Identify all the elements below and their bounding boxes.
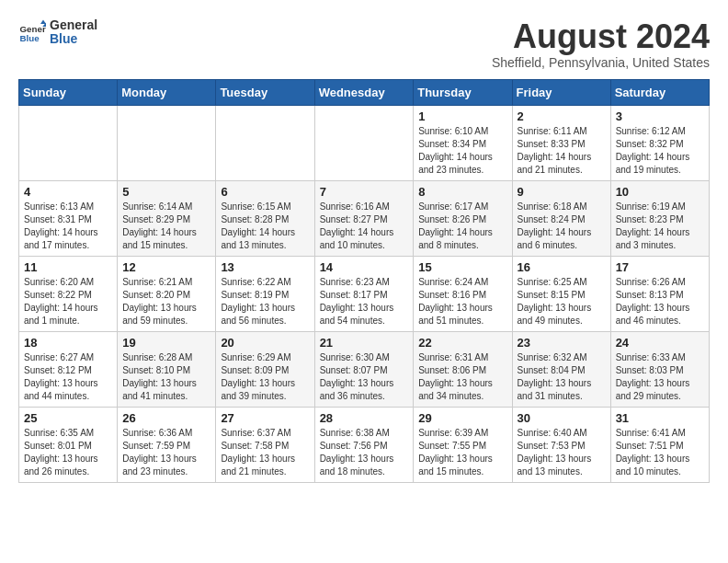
day-number: 24	[616, 336, 704, 350]
day-info: Sunrise: 6:41 AM Sunset: 7:51 PM Dayligh…	[616, 427, 704, 478]
calendar-week-row: 18Sunrise: 6:27 AM Sunset: 8:12 PM Dayli…	[19, 331, 710, 407]
day-info: Sunrise: 6:21 AM Sunset: 8:20 PM Dayligh…	[122, 276, 210, 327]
day-info: Sunrise: 6:40 AM Sunset: 7:53 PM Dayligh…	[518, 427, 606, 478]
day-info: Sunrise: 6:39 AM Sunset: 7:55 PM Dayligh…	[418, 427, 506, 478]
calendar-cell: 14Sunrise: 6:23 AM Sunset: 8:17 PM Dayli…	[314, 256, 414, 331]
day-number: 5	[122, 185, 210, 199]
calendar-cell	[118, 105, 216, 180]
day-number: 7	[320, 185, 409, 199]
day-number: 30	[518, 411, 606, 425]
weekday-header-thursday: Thursday	[414, 79, 512, 105]
day-number: 6	[221, 185, 309, 199]
day-number: 12	[122, 260, 210, 274]
day-info: Sunrise: 6:17 AM Sunset: 8:26 PM Dayligh…	[418, 201, 506, 252]
calendar-cell: 23Sunrise: 6:32 AM Sunset: 8:04 PM Dayli…	[512, 331, 610, 407]
calendar-cell	[19, 105, 118, 180]
day-info: Sunrise: 6:29 AM Sunset: 8:09 PM Dayligh…	[221, 351, 309, 403]
page-header: General Blue General Blue August 2024 Sh…	[18, 18, 710, 70]
calendar-cell: 11Sunrise: 6:20 AM Sunset: 8:22 PM Dayli…	[19, 256, 118, 331]
calendar-cell	[216, 105, 314, 180]
day-number: 29	[418, 411, 506, 425]
weekday-header-tuesday: Tuesday	[216, 79, 314, 105]
day-info: Sunrise: 6:28 AM Sunset: 8:10 PM Dayligh…	[122, 351, 210, 403]
calendar-cell: 17Sunrise: 6:26 AM Sunset: 8:13 PM Dayli…	[610, 256, 709, 331]
day-number: 25	[24, 411, 112, 425]
day-info: Sunrise: 6:19 AM Sunset: 8:23 PM Dayligh…	[616, 201, 704, 252]
day-info: Sunrise: 6:35 AM Sunset: 8:01 PM Dayligh…	[24, 427, 112, 478]
day-number: 21	[320, 336, 409, 350]
calendar-cell: 24Sunrise: 6:33 AM Sunset: 8:03 PM Dayli…	[610, 331, 709, 407]
calendar-week-row: 25Sunrise: 6:35 AM Sunset: 8:01 PM Dayli…	[19, 407, 710, 482]
logo-general: General	[50, 18, 97, 32]
calendar-cell: 26Sunrise: 6:36 AM Sunset: 7:59 PM Dayli…	[118, 407, 216, 482]
calendar-cell: 29Sunrise: 6:39 AM Sunset: 7:55 PM Dayli…	[414, 407, 512, 482]
day-number: 19	[122, 336, 210, 350]
day-number: 20	[221, 336, 309, 350]
day-number: 11	[24, 260, 112, 274]
day-info: Sunrise: 6:36 AM Sunset: 7:59 PM Dayligh…	[122, 427, 210, 478]
calendar-cell: 20Sunrise: 6:29 AM Sunset: 8:09 PM Dayli…	[216, 331, 314, 407]
location: Sheffield, Pennsylvania, United States	[492, 55, 710, 70]
day-info: Sunrise: 6:12 AM Sunset: 8:32 PM Dayligh…	[616, 125, 704, 177]
calendar-cell: 9Sunrise: 6:18 AM Sunset: 8:24 PM Daylig…	[512, 180, 610, 256]
day-info: Sunrise: 6:24 AM Sunset: 8:16 PM Dayligh…	[418, 276, 506, 327]
day-number: 27	[221, 411, 309, 425]
day-number: 16	[518, 260, 606, 274]
day-number: 17	[616, 260, 704, 274]
calendar-cell: 3Sunrise: 6:12 AM Sunset: 8:32 PM Daylig…	[610, 105, 709, 180]
calendar-cell: 5Sunrise: 6:14 AM Sunset: 8:29 PM Daylig…	[118, 180, 216, 256]
day-info: Sunrise: 6:11 AM Sunset: 8:33 PM Dayligh…	[518, 125, 606, 177]
day-info: Sunrise: 6:30 AM Sunset: 8:07 PM Dayligh…	[320, 351, 409, 403]
day-number: 14	[320, 260, 409, 274]
calendar-cell: 22Sunrise: 6:31 AM Sunset: 8:06 PM Dayli…	[414, 331, 512, 407]
calendar-cell: 8Sunrise: 6:17 AM Sunset: 8:26 PM Daylig…	[414, 180, 512, 256]
calendar-cell: 25Sunrise: 6:35 AM Sunset: 8:01 PM Dayli…	[19, 407, 118, 482]
logo: General Blue General Blue	[18, 18, 97, 47]
day-number: 8	[418, 185, 506, 199]
logo-icon: General Blue	[18, 18, 46, 46]
day-number: 28	[320, 411, 409, 425]
weekday-header-sunday: Sunday	[19, 79, 118, 105]
day-info: Sunrise: 6:23 AM Sunset: 8:17 PM Dayligh…	[320, 276, 409, 327]
day-number: 22	[418, 336, 506, 350]
day-info: Sunrise: 6:20 AM Sunset: 8:22 PM Dayligh…	[24, 276, 112, 327]
day-number: 4	[24, 185, 112, 199]
calendar-cell: 4Sunrise: 6:13 AM Sunset: 8:31 PM Daylig…	[19, 180, 118, 256]
day-info: Sunrise: 6:16 AM Sunset: 8:27 PM Dayligh…	[320, 201, 409, 252]
calendar-cell: 13Sunrise: 6:22 AM Sunset: 8:19 PM Dayli…	[216, 256, 314, 331]
calendar-cell: 31Sunrise: 6:41 AM Sunset: 7:51 PM Dayli…	[610, 407, 709, 482]
calendar-week-row: 1Sunrise: 6:10 AM Sunset: 8:34 PM Daylig…	[19, 105, 710, 180]
day-info: Sunrise: 6:33 AM Sunset: 8:03 PM Dayligh…	[616, 351, 704, 403]
weekday-header-saturday: Saturday	[610, 79, 709, 105]
day-info: Sunrise: 6:25 AM Sunset: 8:15 PM Dayligh…	[518, 276, 606, 327]
day-number: 31	[616, 411, 704, 425]
day-number: 3	[616, 109, 704, 123]
day-info: Sunrise: 6:31 AM Sunset: 8:06 PM Dayligh…	[418, 351, 506, 403]
day-info: Sunrise: 6:37 AM Sunset: 7:58 PM Dayligh…	[221, 427, 309, 478]
calendar-cell: 16Sunrise: 6:25 AM Sunset: 8:15 PM Dayli…	[512, 256, 610, 331]
weekday-header-friday: Friday	[512, 79, 610, 105]
day-info: Sunrise: 6:22 AM Sunset: 8:19 PM Dayligh…	[221, 276, 309, 327]
day-number: 2	[518, 109, 606, 123]
day-info: Sunrise: 6:32 AM Sunset: 8:04 PM Dayligh…	[518, 351, 606, 403]
day-number: 23	[518, 336, 606, 350]
calendar-cell: 6Sunrise: 6:15 AM Sunset: 8:28 PM Daylig…	[216, 180, 314, 256]
day-info: Sunrise: 6:15 AM Sunset: 8:28 PM Dayligh…	[221, 201, 309, 252]
day-info: Sunrise: 6:18 AM Sunset: 8:24 PM Dayligh…	[518, 201, 606, 252]
day-number: 9	[518, 185, 606, 199]
calendar-week-row: 4Sunrise: 6:13 AM Sunset: 8:31 PM Daylig…	[19, 180, 710, 256]
month-title: August 2024	[492, 18, 710, 55]
logo-blue: Blue	[50, 32, 97, 46]
day-info: Sunrise: 6:27 AM Sunset: 8:12 PM Dayligh…	[24, 351, 112, 403]
calendar-cell: 12Sunrise: 6:21 AM Sunset: 8:20 PM Dayli…	[118, 256, 216, 331]
calendar-cell: 1Sunrise: 6:10 AM Sunset: 8:34 PM Daylig…	[414, 105, 512, 180]
calendar-table: SundayMondayTuesdayWednesdayThursdayFrid…	[18, 79, 710, 483]
calendar-cell: 19Sunrise: 6:28 AM Sunset: 8:10 PM Dayli…	[118, 331, 216, 407]
calendar-week-row: 11Sunrise: 6:20 AM Sunset: 8:22 PM Dayli…	[19, 256, 710, 331]
day-info: Sunrise: 6:26 AM Sunset: 8:13 PM Dayligh…	[616, 276, 704, 327]
day-info: Sunrise: 6:14 AM Sunset: 8:29 PM Dayligh…	[122, 201, 210, 252]
calendar-cell: 15Sunrise: 6:24 AM Sunset: 8:16 PM Dayli…	[414, 256, 512, 331]
day-number: 10	[616, 185, 704, 199]
day-number: 18	[24, 336, 112, 350]
day-number: 15	[418, 260, 506, 274]
